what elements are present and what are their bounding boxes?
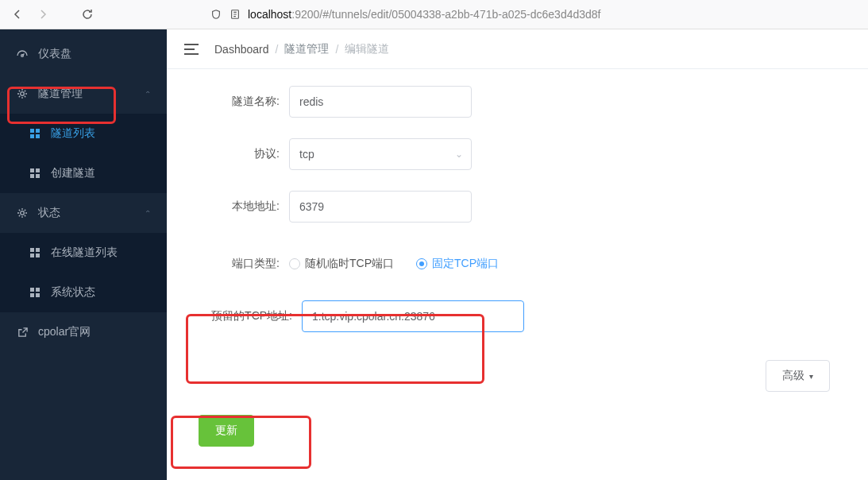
external-link-icon: [16, 326, 29, 339]
svg-rect-14: [30, 254, 34, 257]
sidebar-item-label: 系统状态: [51, 285, 95, 300]
url-text: localhost:9200/#/tunnels/edit/05004338-a…: [248, 8, 600, 21]
sidebar-item-dashboard[interactable]: 仪表盘: [0, 34, 167, 74]
sidebar-item-label: 仪表盘: [38, 47, 71, 61]
forward-button[interactable]: [35, 6, 51, 22]
chevron-up-icon: ⌃: [145, 209, 151, 218]
local-addr-label: 本地地址:: [186, 199, 289, 214]
svg-rect-5: [30, 134, 34, 138]
gauge-icon: [16, 48, 29, 60]
browser-toolbar: localhost:9200/#/tunnels/edit/05004338-a…: [0, 0, 868, 29]
svg-rect-17: [36, 288, 40, 292]
grid-icon: [29, 286, 41, 299]
reserved-addr-input[interactable]: [302, 300, 524, 332]
menu-toggle-icon[interactable]: [184, 44, 199, 55]
svg-rect-9: [30, 174, 34, 178]
gear-icon: [16, 207, 29, 219]
svg-rect-13: [36, 248, 40, 252]
grid-icon: [29, 167, 41, 180]
svg-rect-18: [30, 293, 34, 297]
sidebar-item-create-tunnel[interactable]: 创建隧道: [0, 153, 167, 193]
gear-icon: [16, 87, 29, 100]
tunnel-name-label: 隧道名称:: [186, 95, 289, 109]
advanced-label: 高级: [782, 369, 804, 383]
radio-icon: [289, 258, 300, 269]
breadcrumb-tunnels[interactable]: 隧道管理: [284, 42, 329, 56]
svg-rect-12: [30, 248, 34, 252]
submit-button[interactable]: 更新: [199, 415, 254, 447]
protocol-label: 协议:: [186, 147, 289, 161]
submit-label: 更新: [215, 424, 237, 438]
radio-icon: [416, 258, 427, 269]
sidebar-item-system-status[interactable]: 系统状态: [0, 273, 167, 312]
sidebar-item-label: cpolar官网: [38, 325, 91, 339]
sidebar: 仪表盘 隧道管理 ⌃ 隧道列表 创建隧道 状态 ⌃ 在线隧道列表 系统状态: [0, 29, 167, 480]
local-addr-input[interactable]: [289, 191, 472, 223]
breadcrumb-home[interactable]: Dashboard: [214, 43, 269, 56]
port-type-label: 端口类型:: [186, 257, 289, 271]
sidebar-item-online-tunnels[interactable]: 在线隧道列表: [0, 233, 167, 273]
grid-icon: [29, 127, 41, 140]
sidebar-item-label: 隧道列表: [51, 126, 95, 141]
radio-label: 固定TCP端口: [432, 257, 499, 271]
address-bar[interactable]: localhost:9200/#/tunnels/edit/05004338-a…: [210, 3, 600, 25]
page-icon: [229, 8, 241, 21]
sidebar-item-tunnels[interactable]: 隧道管理 ⌃: [0, 74, 167, 114]
sidebar-item-status[interactable]: 状态 ⌃: [0, 193, 167, 233]
grid-icon: [29, 246, 41, 259]
caret-down-icon: ▾: [809, 372, 813, 381]
svg-rect-7: [30, 168, 34, 172]
reload-button[interactable]: [79, 6, 95, 22]
breadcrumb: Dashboard / 隧道管理 / 编辑隧道: [214, 42, 389, 56]
sidebar-item-label: 隧道管理: [38, 87, 83, 101]
shield-icon: [210, 8, 222, 21]
svg-rect-10: [36, 174, 40, 178]
sidebar-item-label: 创建隧道: [51, 166, 95, 180]
sidebar-item-tunnel-list[interactable]: 隧道列表: [0, 114, 167, 153]
sidebar-item-cpolar-site[interactable]: cpolar官网: [0, 312, 167, 352]
radio-fixed-port[interactable]: 固定TCP端口: [416, 257, 499, 271]
sidebar-item-label: 在线隧道列表: [51, 246, 118, 260]
advanced-button[interactable]: 高级 ▾: [766, 360, 830, 392]
svg-rect-19: [36, 293, 40, 297]
breadcrumb-current: 编辑隧道: [345, 42, 389, 56]
svg-rect-3: [30, 129, 34, 133]
main-content: Dashboard / 隧道管理 / 编辑隧道 隧道名称: 协议: tcp ⌄: [167, 29, 868, 480]
back-button[interactable]: [10, 6, 25, 22]
svg-rect-4: [36, 129, 40, 133]
chevron-up-icon: ⌃: [145, 90, 151, 99]
svg-rect-8: [36, 168, 40, 172]
svg-rect-15: [36, 254, 40, 257]
radio-random-port[interactable]: 随机临时TCP端口: [289, 257, 394, 271]
tunnel-name-input[interactable]: [289, 86, 472, 118]
chevron-down-icon: ⌄: [455, 149, 463, 160]
sidebar-item-label: 状态: [38, 206, 60, 220]
svg-rect-16: [30, 288, 34, 292]
svg-point-2: [21, 92, 25, 96]
protocol-value: tcp: [299, 148, 314, 161]
radio-label: 随机临时TCP端口: [305, 257, 394, 271]
svg-point-11: [21, 211, 25, 215]
protocol-select[interactable]: tcp ⌄: [289, 138, 472, 170]
reserved-addr-label: 预留的TCP地址:: [186, 309, 302, 323]
top-bar: Dashboard / 隧道管理 / 编辑隧道: [167, 29, 868, 69]
svg-rect-6: [36, 134, 40, 138]
